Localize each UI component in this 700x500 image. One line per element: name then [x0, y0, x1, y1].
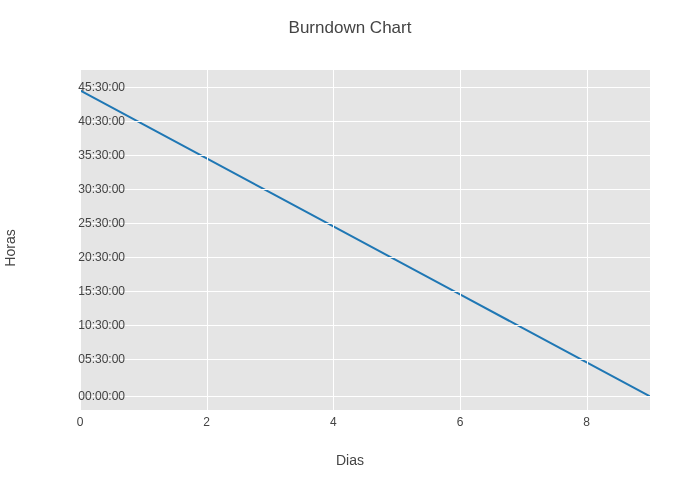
grid-line-h [80, 87, 650, 88]
grid-line-h [80, 257, 650, 258]
grid-line-h [80, 155, 650, 156]
x-tick-label: 2 [192, 415, 222, 429]
x-tick-label: 8 [572, 415, 602, 429]
x-axis-label: Dias [0, 452, 700, 468]
grid-line-h [80, 223, 650, 224]
grid-line-h [80, 359, 650, 360]
grid-line-v [460, 70, 461, 410]
grid-line-h [80, 189, 650, 190]
y-tick-label: 30:30:00 [55, 182, 125, 196]
x-tick-label: 0 [65, 415, 95, 429]
y-tick-label: 40:30:00 [55, 114, 125, 128]
y-tick-label: 15:30:00 [55, 284, 125, 298]
grid-line-h [80, 325, 650, 326]
y-axis-label: Horas [2, 229, 18, 266]
grid-line-h [80, 396, 650, 397]
grid-line-h [80, 121, 650, 122]
y-tick-label: 05:30:00 [55, 352, 125, 366]
grid-line-v [587, 70, 588, 410]
y-tick-label: 35:30:00 [55, 148, 125, 162]
y-tick-label: 20:30:00 [55, 250, 125, 264]
grid-line-h [80, 291, 650, 292]
x-tick-label: 4 [318, 415, 348, 429]
y-tick-label: 25:30:00 [55, 216, 125, 230]
burndown-chart: Burndown Chart Horas Dias 00:00:0005:30:… [0, 0, 700, 500]
chart-title: Burndown Chart [0, 18, 700, 38]
plot-area [80, 70, 650, 410]
x-tick-label: 6 [445, 415, 475, 429]
grid-line-v [207, 70, 208, 410]
y-tick-label: 00:00:00 [55, 389, 125, 403]
y-tick-label: 10:30:00 [55, 318, 125, 332]
y-tick-label: 45:30:00 [55, 80, 125, 94]
grid-line-v [333, 70, 334, 410]
